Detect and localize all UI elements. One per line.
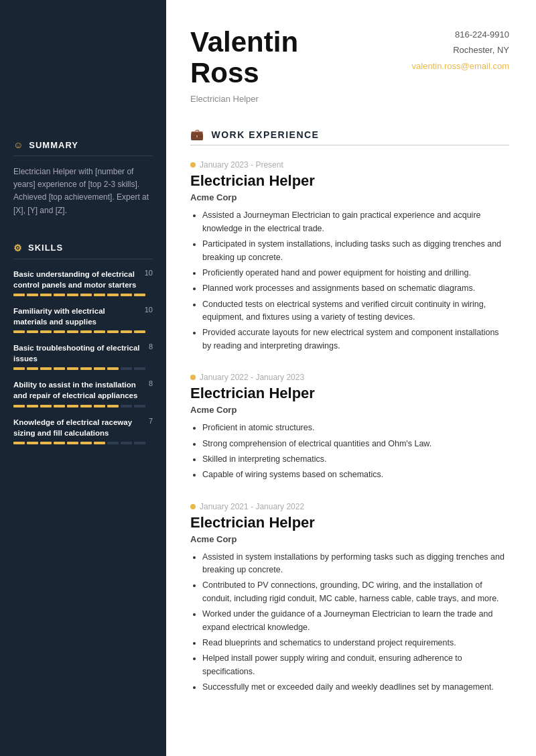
job-position-title: Electrician Helper xyxy=(190,385,509,402)
briefcase-icon: 💼 xyxy=(190,128,205,141)
company-name: Acme Corp xyxy=(190,192,509,202)
skill-score: 10 xyxy=(145,269,153,277)
summary-section: ☺ SUMMARY Electrician Helper with [numbe… xyxy=(0,127,166,217)
phone: 816-224-9910 xyxy=(412,27,509,42)
skill-name: Ability to assist in the installation an… xyxy=(13,379,145,401)
summary-title: ☺ SUMMARY xyxy=(13,139,153,150)
bar-filled-segment xyxy=(13,405,25,407)
skill-name: Familiarity with electrical materials an… xyxy=(13,306,141,327)
job-bullet: Provided accurate layouts for new electr… xyxy=(202,326,509,353)
job-bullets: Assisted a Journeyman Electrician to gai… xyxy=(190,209,509,353)
company-name: Acme Corp xyxy=(190,405,509,415)
skill-bar xyxy=(13,405,153,407)
bar-empty-segment xyxy=(134,442,145,444)
job-bullet: Proficient in atomic structures. xyxy=(202,422,509,434)
bar-empty-segment xyxy=(121,367,132,370)
skill-item: Basic understanding of electrical contro… xyxy=(13,269,153,296)
skill-name: Basic troubleshooting of electrical issu… xyxy=(13,342,145,364)
bar-empty-segment xyxy=(121,442,132,444)
job-bullet: Contributed to PV connections, grounding… xyxy=(202,579,509,605)
skills-list: Basic understanding of electrical contro… xyxy=(0,269,166,444)
skills-title: ⚙ SKILLS xyxy=(13,243,153,253)
header-job-title: Electrician Helper xyxy=(190,94,298,104)
bar-filled-segment xyxy=(134,330,145,333)
bar-filled-segment xyxy=(121,294,132,296)
job-bullet: Participated in system installations, in… xyxy=(202,238,509,264)
bar-filled-segment xyxy=(54,405,65,407)
work-experience-section: 💼 WORK EXPERIENCE January 2023 - Present… xyxy=(190,128,509,694)
skill-bar xyxy=(13,367,153,370)
sidebar: ☺ SUMMARY Electrician Helper with [numbe… xyxy=(0,0,166,756)
bar-filled-segment xyxy=(13,294,25,296)
person-icon: ☺ xyxy=(13,139,23,150)
skill-bar xyxy=(13,442,153,444)
email: valentin.ross@email.com xyxy=(412,58,509,74)
work-experience-title: 💼 WORK EXPERIENCE xyxy=(190,128,509,141)
job-position-title: Electrician Helper xyxy=(190,514,509,531)
job-bullet: Planned work processes and assignments b… xyxy=(202,282,509,295)
bar-filled-segment xyxy=(40,330,52,333)
job-entry: January 2023 - PresentElectrician Helper… xyxy=(190,160,509,353)
skill-item: Knowledge of electrical raceway sizing a… xyxy=(13,417,153,444)
job-entry: January 2021 - January 2022Electrician H… xyxy=(190,502,509,694)
contact-block: 816-224-9910 Rochester, NY valentin.ross… xyxy=(412,27,509,104)
bar-filled-segment xyxy=(121,330,132,333)
full-name: ValentinRoss xyxy=(190,27,298,88)
bar-empty-segment xyxy=(121,405,132,407)
job-bullets: Assisted in system installations by perf… xyxy=(190,551,509,694)
job-entry: January 2022 - January 2023Electrician H… xyxy=(190,373,509,482)
bar-filled-segment xyxy=(94,294,105,296)
job-date: January 2022 - January 2023 xyxy=(190,373,509,382)
name-block: ValentinRoss Electrician Helper xyxy=(190,27,298,104)
job-position-title: Electrician Helper xyxy=(190,172,509,190)
job-bullet: Read blueprints and schematics to unders… xyxy=(202,637,509,649)
bar-filled-segment xyxy=(27,330,38,333)
bar-filled-segment xyxy=(27,405,38,407)
job-date: January 2021 - January 2022 xyxy=(190,502,509,511)
bar-filled-segment xyxy=(107,330,119,333)
skill-bar xyxy=(13,330,153,333)
bar-filled-segment xyxy=(40,367,52,370)
job-bullet: Conducted tests on electrical systems an… xyxy=(202,298,509,324)
bar-empty-segment xyxy=(134,405,145,407)
bar-filled-segment xyxy=(107,294,119,296)
bar-filled-segment xyxy=(54,330,65,333)
skills-header-section: ⚙ SKILLS xyxy=(0,231,166,259)
bar-filled-segment xyxy=(27,367,38,370)
skill-score: 7 xyxy=(149,417,153,425)
bar-filled-segment xyxy=(13,330,25,333)
job-date: January 2023 - Present xyxy=(190,160,509,170)
skills-icon: ⚙ xyxy=(13,243,23,253)
bar-filled-segment xyxy=(80,367,92,370)
skill-item: Basic troubleshooting of electrical issu… xyxy=(13,342,153,370)
company-name: Acme Corp xyxy=(190,534,509,544)
bar-filled-segment xyxy=(80,405,92,407)
bar-filled-segment xyxy=(80,294,92,296)
bar-filled-segment xyxy=(27,442,38,444)
bar-filled-segment xyxy=(13,367,25,370)
job-bullet: Skilled in interpreting schematics. xyxy=(202,453,509,466)
bar-filled-segment xyxy=(80,442,92,444)
bar-filled-segment xyxy=(54,294,65,296)
job-bullets: Proficient in atomic structures.Strong c… xyxy=(190,422,509,482)
bar-filled-segment xyxy=(94,442,105,444)
bar-filled-segment xyxy=(94,367,105,370)
skill-item: Ability to assist in the installation an… xyxy=(13,379,153,407)
skill-name: Knowledge of electrical raceway sizing a… xyxy=(13,417,145,438)
jobs-list: January 2023 - PresentElectrician Helper… xyxy=(190,160,509,694)
job-bullet: Successfully met or exceeded daily and w… xyxy=(202,681,509,694)
bar-filled-segment xyxy=(94,405,105,407)
bar-filled-segment xyxy=(27,294,38,296)
skill-score: 8 xyxy=(149,342,153,351)
bar-empty-segment xyxy=(134,367,145,370)
bar-filled-segment xyxy=(67,367,78,370)
main-content: ValentinRoss Electrician Helper 816-224-… xyxy=(166,0,536,756)
skill-score: 10 xyxy=(145,306,153,314)
bar-filled-segment xyxy=(40,442,52,444)
bar-filled-segment xyxy=(67,405,78,407)
bar-empty-segment xyxy=(107,442,119,444)
bar-filled-segment xyxy=(13,442,25,444)
summary-text: Electrician Helper with [number of years… xyxy=(13,166,153,217)
bar-filled-segment xyxy=(40,405,52,407)
bar-filled-segment xyxy=(80,330,92,333)
